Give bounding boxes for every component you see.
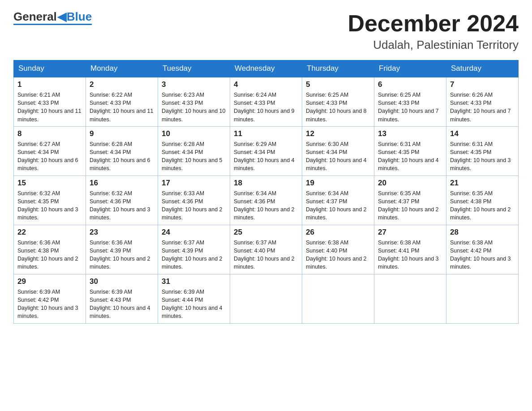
day-detail: Sunrise: 6:28 AMSunset: 4:34 PMDaylight:…: [90, 140, 154, 173]
location-title: Udalah, Palestinian Territory: [348, 38, 519, 52]
calendar-week-row: 1Sunrise: 6:21 AMSunset: 4:33 PMDaylight…: [14, 77, 519, 126]
day-detail: Sunrise: 6:29 AMSunset: 4:34 PMDaylight:…: [234, 140, 298, 173]
day-number: 26: [306, 228, 370, 237]
day-number: 12: [306, 129, 370, 138]
col-header-sunday: Sunday: [14, 60, 86, 77]
calendar-cell: 10Sunrise: 6:28 AMSunset: 4:34 PMDayligh…: [158, 126, 230, 176]
col-header-wednesday: Wednesday: [230, 60, 302, 77]
day-number: 21: [450, 179, 515, 188]
calendar-cell: 20Sunrise: 6:35 AMSunset: 4:37 PMDayligh…: [374, 176, 446, 225]
day-number: 14: [450, 129, 515, 138]
calendar-cell: [230, 274, 302, 323]
calendar-cell: 11Sunrise: 6:29 AMSunset: 4:34 PMDayligh…: [230, 126, 302, 176]
calendar-cell: 8Sunrise: 6:27 AMSunset: 4:34 PMDaylight…: [14, 126, 86, 176]
day-detail: Sunrise: 6:21 AMSunset: 4:33 PMDaylight:…: [17, 91, 82, 124]
day-number: 31: [162, 277, 226, 286]
day-detail: Sunrise: 6:38 AMSunset: 4:40 PMDaylight:…: [306, 239, 370, 271]
calendar-cell: 5Sunrise: 6:25 AMSunset: 4:33 PMDaylight…: [302, 77, 374, 126]
day-detail: Sunrise: 6:32 AMSunset: 4:35 PMDaylight:…: [17, 189, 82, 222]
calendar-cell: 13Sunrise: 6:31 AMSunset: 4:35 PMDayligh…: [374, 126, 446, 176]
day-number: 28: [450, 228, 515, 237]
day-number: 17: [162, 179, 226, 188]
col-header-saturday: Saturday: [446, 60, 519, 77]
day-detail: Sunrise: 6:35 AMSunset: 4:38 PMDaylight:…: [450, 189, 515, 222]
calendar-cell: 16Sunrise: 6:32 AMSunset: 4:36 PMDayligh…: [86, 176, 158, 225]
calendar-cell: 2Sunrise: 6:22 AMSunset: 4:33 PMDaylight…: [86, 77, 158, 126]
day-detail: Sunrise: 6:34 AMSunset: 4:36 PMDaylight:…: [234, 189, 298, 222]
day-number: 8: [17, 129, 82, 138]
calendar-cell: 17Sunrise: 6:33 AMSunset: 4:36 PMDayligh…: [158, 176, 230, 225]
day-detail: Sunrise: 6:25 AMSunset: 4:33 PMDaylight:…: [378, 91, 442, 124]
calendar-cell: 29Sunrise: 6:39 AMSunset: 4:42 PMDayligh…: [14, 274, 86, 323]
day-detail: Sunrise: 6:36 AMSunset: 4:39 PMDaylight:…: [90, 239, 154, 271]
calendar-cell: 4Sunrise: 6:24 AMSunset: 4:33 PMDaylight…: [230, 77, 302, 126]
day-detail: Sunrise: 6:38 AMSunset: 4:41 PMDaylight:…: [378, 239, 442, 271]
day-number: 29: [17, 277, 82, 286]
day-number: 9: [90, 129, 154, 138]
day-detail: Sunrise: 6:24 AMSunset: 4:33 PMDaylight:…: [234, 91, 298, 124]
calendar-cell: 26Sunrise: 6:38 AMSunset: 4:40 PMDayligh…: [302, 225, 374, 274]
calendar-cell: [446, 274, 519, 323]
day-detail: Sunrise: 6:28 AMSunset: 4:34 PMDaylight:…: [162, 140, 226, 173]
month-title: December 2024: [348, 11, 519, 36]
calendar-table: SundayMondayTuesdayWednesdayThursdayFrid…: [13, 60, 519, 324]
calendar-cell: 3Sunrise: 6:23 AMSunset: 4:33 PMDaylight…: [158, 77, 230, 126]
calendar-cell: 9Sunrise: 6:28 AMSunset: 4:34 PMDaylight…: [86, 126, 158, 176]
calendar-header-row: SundayMondayTuesdayWednesdayThursdayFrid…: [14, 60, 519, 77]
day-detail: Sunrise: 6:33 AMSunset: 4:36 PMDaylight:…: [162, 189, 226, 222]
day-detail: Sunrise: 6:22 AMSunset: 4:33 PMDaylight:…: [90, 91, 154, 124]
logo-blue-text: Blue: [67, 11, 92, 22]
day-number: 2: [90, 80, 154, 89]
calendar-cell: 24Sunrise: 6:37 AMSunset: 4:39 PMDayligh…: [158, 225, 230, 274]
day-number: 18: [234, 179, 298, 188]
day-number: 20: [378, 179, 442, 188]
calendar-cell: 18Sunrise: 6:34 AMSunset: 4:36 PMDayligh…: [230, 176, 302, 225]
page-header: General ◀ Blue December 2024 Udalah, Pal…: [13, 11, 519, 52]
day-detail: Sunrise: 6:34 AMSunset: 4:37 PMDaylight:…: [306, 189, 370, 222]
calendar-week-row: 29Sunrise: 6:39 AMSunset: 4:42 PMDayligh…: [14, 274, 519, 323]
logo-underline: [13, 24, 92, 25]
calendar-cell: 21Sunrise: 6:35 AMSunset: 4:38 PMDayligh…: [446, 176, 519, 225]
calendar-cell: 19Sunrise: 6:34 AMSunset: 4:37 PMDayligh…: [302, 176, 374, 225]
day-detail: Sunrise: 6:37 AMSunset: 4:40 PMDaylight:…: [234, 239, 298, 271]
title-block: December 2024 Udalah, Palestinian Territ…: [348, 11, 519, 52]
day-number: 23: [90, 228, 154, 237]
day-detail: Sunrise: 6:37 AMSunset: 4:39 PMDaylight:…: [162, 239, 226, 271]
day-detail: Sunrise: 6:27 AMSunset: 4:34 PMDaylight:…: [17, 140, 82, 173]
calendar-week-row: 8Sunrise: 6:27 AMSunset: 4:34 PMDaylight…: [14, 126, 519, 176]
col-header-friday: Friday: [374, 60, 446, 77]
logo-general-text: General: [13, 11, 57, 22]
day-detail: Sunrise: 6:39 AMSunset: 4:42 PMDaylight:…: [17, 288, 82, 321]
day-detail: Sunrise: 6:30 AMSunset: 4:34 PMDaylight:…: [306, 140, 370, 173]
day-detail: Sunrise: 6:32 AMSunset: 4:36 PMDaylight:…: [90, 189, 154, 222]
day-number: 3: [162, 80, 226, 89]
logo: General ◀ Blue: [13, 11, 92, 25]
calendar-cell: 14Sunrise: 6:31 AMSunset: 4:35 PMDayligh…: [446, 126, 519, 176]
calendar-week-row: 22Sunrise: 6:36 AMSunset: 4:38 PMDayligh…: [14, 225, 519, 274]
day-number: 15: [17, 179, 82, 188]
day-detail: Sunrise: 6:25 AMSunset: 4:33 PMDaylight:…: [306, 91, 370, 124]
calendar-week-row: 15Sunrise: 6:32 AMSunset: 4:35 PMDayligh…: [14, 176, 519, 225]
day-number: 27: [378, 228, 442, 237]
calendar-cell: 6Sunrise: 6:25 AMSunset: 4:33 PMDaylight…: [374, 77, 446, 126]
calendar-cell: 31Sunrise: 6:39 AMSunset: 4:44 PMDayligh…: [158, 274, 230, 323]
day-detail: Sunrise: 6:39 AMSunset: 4:44 PMDaylight:…: [162, 288, 226, 321]
col-header-monday: Monday: [86, 60, 158, 77]
day-detail: Sunrise: 6:26 AMSunset: 4:33 PMDaylight:…: [450, 91, 515, 124]
day-number: 11: [234, 129, 298, 138]
day-number: 5: [306, 80, 370, 89]
day-detail: Sunrise: 6:38 AMSunset: 4:42 PMDaylight:…: [450, 239, 515, 271]
calendar-cell: 15Sunrise: 6:32 AMSunset: 4:35 PMDayligh…: [14, 176, 86, 225]
day-detail: Sunrise: 6:31 AMSunset: 4:35 PMDaylight:…: [378, 140, 442, 173]
day-detail: Sunrise: 6:31 AMSunset: 4:35 PMDaylight:…: [450, 140, 515, 173]
day-number: 16: [90, 179, 154, 188]
calendar-cell: 25Sunrise: 6:37 AMSunset: 4:40 PMDayligh…: [230, 225, 302, 274]
calendar-cell: 23Sunrise: 6:36 AMSunset: 4:39 PMDayligh…: [86, 225, 158, 274]
calendar-cell: 1Sunrise: 6:21 AMSunset: 4:33 PMDaylight…: [14, 77, 86, 126]
day-number: 6: [378, 80, 442, 89]
calendar-cell: 7Sunrise: 6:26 AMSunset: 4:33 PMDaylight…: [446, 77, 519, 126]
calendar-cell: 12Sunrise: 6:30 AMSunset: 4:34 PMDayligh…: [302, 126, 374, 176]
day-number: 10: [162, 129, 226, 138]
calendar-cell: [374, 274, 446, 323]
calendar-cell: [302, 274, 374, 323]
